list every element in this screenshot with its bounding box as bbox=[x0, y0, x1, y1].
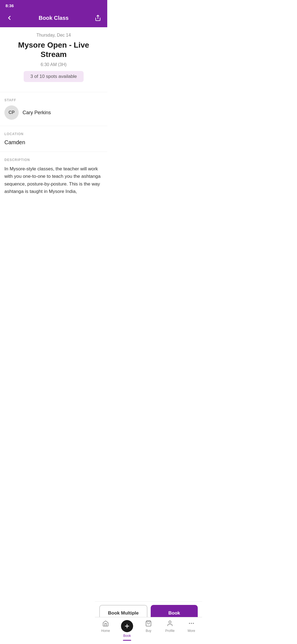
location-section: LOCATION Camden bbox=[0, 128, 107, 150]
status-bar: 8:36 bbox=[0, 0, 107, 10]
class-title: Mysore Open - Live Stream bbox=[4, 40, 103, 59]
location-name: Camden bbox=[4, 139, 103, 146]
back-button[interactable] bbox=[4, 13, 14, 23]
divider-2 bbox=[0, 126, 107, 126]
share-icon bbox=[95, 15, 101, 21]
staff-label: STAFF bbox=[4, 98, 103, 102]
class-time: 6:30 AM (3H) bbox=[4, 62, 103, 67]
description-section: DESCRIPTION In Mysore-style classes, the… bbox=[0, 154, 107, 200]
header: Book Class bbox=[0, 10, 107, 27]
status-time: 8:36 bbox=[6, 3, 14, 8]
staff-section: STAFF CP Cary Perkins bbox=[0, 94, 107, 124]
staff-name: Cary Perkins bbox=[23, 110, 51, 116]
divider-1 bbox=[0, 92, 107, 92]
description-label: DESCRIPTION bbox=[4, 158, 103, 162]
spots-badge: 3 of 10 spots available bbox=[24, 71, 83, 82]
class-date: Thursday, Dec 14 bbox=[4, 33, 103, 38]
location-label: LOCATION bbox=[4, 132, 103, 136]
back-icon bbox=[6, 15, 13, 21]
class-info: Thursday, Dec 14 Mysore Open - Live Stre… bbox=[0, 27, 107, 90]
header-title: Book Class bbox=[39, 15, 69, 21]
staff-avatar: CP bbox=[4, 105, 19, 120]
staff-row: CP Cary Perkins bbox=[4, 105, 103, 120]
share-button[interactable] bbox=[93, 13, 103, 23]
divider-3 bbox=[0, 152, 107, 152]
description-text: In Mysore-style classes, the teacher wil… bbox=[4, 165, 103, 195]
staff-initials: CP bbox=[9, 110, 15, 115]
